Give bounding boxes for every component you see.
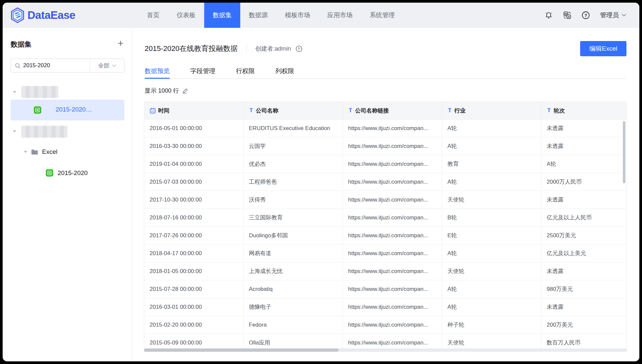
folder-label: Excel [42,148,57,156]
dataset-detail-panel: 2015-2020在线教育投融数据 创建者:admin 编辑Excel 数据预览… [133,28,639,361]
search-input[interactable]: 2015-2020 [11,59,90,72]
add-dataset-button[interactable]: + [117,38,123,48]
tree-item-label: 2015-2020… [56,106,92,113]
divider [246,45,247,53]
table-cell: 上海成长无忧 [244,262,343,280]
nav-item-system-admin[interactable]: 系统管理 [361,3,403,28]
table-cell: A轮 [442,280,541,298]
table-row[interactable]: 2016-03-01 00:00:00 德慷电子 https://www.itj… [144,298,626,316]
table-cell: 优必杰 [244,155,343,173]
brand-name: DataEase [27,9,75,22]
row-count-bar: 显示 1000 行 [145,87,188,95]
table-row[interactable]: 2019-01-04 00:00:00 优必杰 https://www.itju… [144,155,626,173]
nav-item-home[interactable]: 首页 [138,3,168,28]
horizontal-scrollbar-thumb[interactable] [144,348,339,352]
tab-data-preview[interactable]: 数据预览 [145,64,170,78]
table-header-row: 时间 T 公司名称 T 公司名称链接 T 行业 T 轮次 [144,102,626,119]
table-cell: 2018-04-17 00:00:00 [144,245,244,262]
help-icon[interactable]: ? [581,11,590,20]
tree-expand-caret[interactable] [13,130,16,132]
redacted-tree-item[interactable] [21,126,68,138]
table-cell: https://www.itjuzi.com/compan... [343,191,442,208]
column-label: 轮次 [554,107,565,114]
table-cell: 德慷电子 [244,298,343,316]
excel-file-icon [46,169,53,177]
user-name: 管理员 [600,11,619,20]
table-cell: 三立国际教育 [244,209,343,226]
table-cell: A轮 [442,298,541,316]
search-icon [15,63,21,68]
table-cell: ERUDITUS Executive Education [244,119,343,137]
table-cell: 未透露 [541,191,626,208]
edit-pencil-icon[interactable] [182,88,188,94]
nav-item-datasource[interactable]: 数据源 [240,3,276,28]
tree-expand-caret[interactable] [24,151,27,153]
sidebar-title: 数据集 [11,40,31,49]
nav-item-template-market[interactable]: 模板市场 [276,3,319,28]
tree-expand-caret[interactable] [13,91,16,93]
column-header-time[interactable]: 时间 [144,102,244,119]
table-row[interactable]: 2016-03-30 00:00:00 云国学 https://www.itju… [144,137,626,155]
table-cell: 未透露 [541,262,626,280]
table-cell: 种子轮 [442,316,541,334]
table-row[interactable]: 2018-07-16 00:00:00 三立国际教育 https://www.i… [144,209,626,227]
excel-file-icon [34,106,41,114]
table-row[interactable]: 2017-10-30 00:00:00 沃得秀 https://www.itju… [144,191,626,209]
topbar-actions: 中 A ? 管理员 [544,3,626,28]
tab-field-management[interactable]: 字段管理 [190,64,215,78]
table-row[interactable]: 2015-02-20 00:00:00 Fedora https://www.i… [144,316,626,334]
column-header-round[interactable]: T 轮次 [541,102,626,119]
nav-item-dashboard[interactable]: 仪表板 [168,3,204,28]
table-row[interactable]: 2015-07-28 00:00:00 Acrobatiq https://ww… [144,280,626,298]
redacted-tree-item[interactable] [21,86,58,98]
text-field-icon: T [249,108,253,114]
info-icon[interactable] [296,45,302,52]
folder-icon [31,149,38,155]
table-cell: A轮 [541,155,626,173]
brand-logo[interactable]: DataEase [11,3,75,28]
table-row[interactable]: 2018-04-17 00:00:00 网易有道 https://www.itj… [144,245,626,262]
table-row[interactable]: 2018-01-05 00:00:00 上海成长无忧 https://www.i… [144,262,626,280]
tree-item-selected-dataset[interactable]: 2015-2020… [11,100,124,120]
table-cell: 云国学 [244,137,343,155]
tab-row-permission[interactable]: 行权限 [236,64,255,78]
table-cell: 2016-05-01 00:00:00 [144,119,244,137]
nav-item-app-market[interactable]: 应用市场 [319,3,361,28]
dataset-header: 2015-2020在线教育投融数据 创建者:admin [145,41,302,56]
table-cell: 2018-07-16 00:00:00 [144,209,244,226]
svg-text:A: A [568,15,570,19]
data-preview-table: 时间 T 公司名称 T 公司名称链接 T 行业 T 轮次 [144,102,627,352]
table-cell: 沃得秀 [244,191,343,208]
column-header-company-link[interactable]: T 公司名称链接 [343,102,442,119]
table-cell: Duolingo多邻国 [244,227,343,244]
calendar-icon [150,108,156,114]
table-cell: 2000万人民币 [541,173,626,191]
tree-folder-excel[interactable]: Excel [24,148,57,156]
user-menu[interactable]: 管理员 [600,11,626,20]
table-body: 2016-05-01 00:00:00 ERUDITUS Executive E… [144,119,626,352]
table-cell: 亿元及以上美元 [541,245,626,262]
table-row[interactable]: 2016-05-01 00:00:00 ERUDITUS Executive E… [144,119,626,137]
column-label: 行业 [454,107,466,114]
table-cell: 2015-02-20 00:00:00 [144,316,244,334]
horizontal-scrollbar-track[interactable] [144,348,627,352]
column-header-industry[interactable]: T 行业 [442,102,541,119]
translate-icon[interactable]: 中 A [563,11,572,20]
table-cell: 亿元及以上人民币 [541,209,626,226]
tree-leaf-dataset[interactable]: 2015-2020 [46,169,88,177]
bell-icon[interactable] [544,11,553,20]
vertical-scrollbar-thumb[interactable] [623,121,625,183]
edit-excel-button[interactable]: 编辑Excel [580,41,626,56]
table-cell: B轮 [442,209,541,226]
nav-item-dataset[interactable]: 数据集 [204,3,240,28]
table-row[interactable]: 2015-07-03 00:00:00 工程师爸爸 https://www.it… [144,173,626,191]
search-filter-select[interactable]: 全部 [90,59,124,72]
column-label: 时间 [158,107,169,114]
table-cell: 2017-10-30 00:00:00 [144,191,244,208]
tab-column-permission[interactable]: 列权限 [275,64,294,78]
table-cell: 未透露 [541,298,626,316]
column-header-company[interactable]: T 公司名称 [244,102,343,119]
table-cell: 2018-01-05 00:00:00 [144,262,244,280]
filter-selected-value: 全部 [98,62,110,69]
table-row[interactable]: 2017-07-26 00:00:00 Duolingo多邻国 https://… [144,227,626,245]
